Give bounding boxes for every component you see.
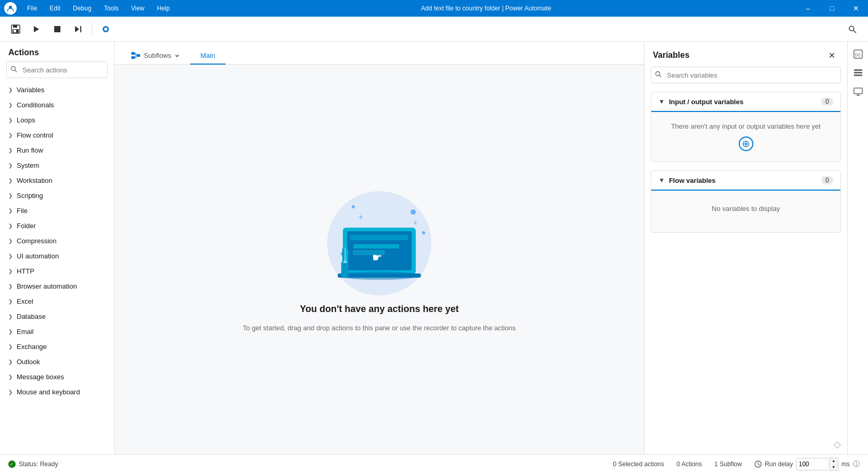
status-label: Status: Ready <box>19 460 58 468</box>
maximize-button[interactable]: □ <box>820 0 844 17</box>
stop-button[interactable] <box>48 20 67 39</box>
tab-main[interactable]: Main <box>190 47 226 65</box>
svg-rect-50 <box>854 88 862 94</box>
action-item-folder[interactable]: ❯ Folder <box>0 218 114 233</box>
action-item-ui-automation[interactable]: ❯ UI automation <box>0 248 114 264</box>
action-item-database[interactable]: ❯ Database <box>0 309 114 324</box>
actions-list: ❯ Variables ❯ Conditionals ❯ Loops ❯ Flo… <box>0 82 114 454</box>
variables-search-container <box>651 67 841 83</box>
action-item-excel[interactable]: ❯ Excel <box>0 294 114 309</box>
chevron-icon: ❯ <box>8 208 13 214</box>
chevron-icon: ❯ <box>8 268 13 274</box>
action-item-message-boxes[interactable]: ❯ Message boxes <box>0 369 114 384</box>
chevron-icon: ❯ <box>8 147 13 153</box>
menu-view[interactable]: View <box>125 0 151 17</box>
action-item-label: Browser automation <box>17 282 77 290</box>
record-button[interactable] <box>96 20 115 39</box>
action-item-scripting[interactable]: ❯ Scripting <box>0 188 114 203</box>
chevron-icon: ❯ <box>8 163 13 168</box>
actions-search-input[interactable] <box>6 61 108 78</box>
minimize-button[interactable]: – <box>796 0 820 17</box>
action-item-exchange[interactable]: ❯ Exchange <box>0 339 114 354</box>
account-section <box>0 2 21 15</box>
action-item-label: Loops <box>17 116 35 124</box>
input-output-variables-section: ▼ Input / output variables 0 There aren'… <box>651 92 841 162</box>
svg-point-23 <box>411 209 416 215</box>
subflow-count-label: 1 Subflow <box>714 460 742 468</box>
input-output-section-content: There aren't any input or output variabl… <box>651 112 840 161</box>
action-item-label: System <box>17 161 39 169</box>
monitor-button[interactable] <box>850 83 866 100</box>
input-output-section-header[interactable]: ▼ Input / output variables 0 <box>651 92 840 112</box>
add-input-output-variable-button[interactable]: ⊕ <box>739 136 753 151</box>
toolbar-separator <box>92 23 92 35</box>
tab-main-label: Main <box>201 52 215 59</box>
save-button[interactable] <box>6 20 25 39</box>
menu-edit[interactable]: Edit <box>43 0 67 17</box>
svg-rect-36 <box>342 248 344 262</box>
flow-variables-section-header[interactable]: ▼ Flow variables 0 <box>651 171 840 191</box>
status-ready-indicator: Status: Ready <box>8 460 58 468</box>
action-item-system[interactable]: ❯ System <box>0 158 114 173</box>
menu-help[interactable]: Help <box>151 0 176 17</box>
chevron-icon: ❯ <box>8 117 13 123</box>
menu-debug[interactable]: Debug <box>67 0 97 17</box>
next-step-button[interactable] <box>69 20 88 39</box>
input-output-empty-text: There aren't any input or output variabl… <box>671 122 821 130</box>
action-item-label: UI automation <box>17 252 59 260</box>
chevron-icon: ❯ <box>8 314 13 319</box>
variables-panel-toggle-button[interactable]: {x} <box>850 46 866 63</box>
layers-button[interactable] <box>850 65 866 81</box>
clock-icon <box>754 460 762 468</box>
empty-state-title: You don't have any actions here yet <box>300 304 458 315</box>
run-delay-input-wrapper: ▴ ▾ <box>796 457 838 471</box>
run-delay-up-button[interactable]: ▴ <box>829 458 838 464</box>
svg-rect-37 <box>344 247 346 262</box>
menu-file[interactable]: File <box>21 0 43 17</box>
chevron-icon: ❯ <box>8 223 13 229</box>
action-item-label: Flow control <box>17 131 53 139</box>
chevron-icon: ❯ <box>8 298 13 304</box>
action-item-label: Outlook <box>17 358 40 366</box>
flow-variables-empty-text: No variables to display <box>712 205 780 213</box>
action-item-file[interactable]: ❯ File <box>0 203 114 218</box>
svg-rect-2 <box>13 25 17 28</box>
chevron-icon: ❯ <box>8 132 13 138</box>
action-item-compression[interactable]: ❯ Compression <box>0 233 114 248</box>
action-item-browser-automation[interactable]: ❯ Browser automation <box>0 279 114 294</box>
account-icon <box>4 2 17 15</box>
chevron-icon: ❯ <box>8 374 13 380</box>
run-button[interactable] <box>27 20 46 39</box>
action-item-workstation[interactable]: ❯ Workstation <box>0 173 114 188</box>
svg-rect-8 <box>80 26 81 32</box>
run-delay-spinner: ▴ ▾ <box>829 457 838 471</box>
run-delay-input[interactable] <box>796 458 829 470</box>
variables-search-input[interactable] <box>651 67 841 83</box>
action-item-variables[interactable]: ❯ Variables <box>0 82 114 97</box>
action-item-http[interactable]: ❯ HTTP <box>0 264 114 279</box>
action-item-mouse-keyboard[interactable]: ❯ Mouse and keyboard <box>0 384 114 400</box>
svg-rect-47 <box>854 69 862 71</box>
svg-point-11 <box>849 26 854 31</box>
close-button[interactable]: ✕ <box>844 0 868 17</box>
svg-point-43 <box>656 72 660 76</box>
variables-close-button[interactable]: ✕ <box>824 48 839 63</box>
action-item-flow-control[interactable]: ❯ Flow control <box>0 128 114 143</box>
chevron-icon: ❯ <box>8 283 13 289</box>
run-delay-down-button[interactable]: ▾ <box>829 464 838 470</box>
action-item-label: Email <box>17 328 34 335</box>
svg-text:+: + <box>413 218 417 227</box>
action-item-loops[interactable]: ❯ Loops <box>0 113 114 128</box>
chevron-icon: ❯ <box>8 87 13 93</box>
action-item-run-flow[interactable]: ❯ Run flow <box>0 143 114 158</box>
menu-tools[interactable]: Tools <box>97 0 125 17</box>
action-item-email[interactable]: ❯ Email <box>0 324 114 339</box>
search-button[interactable] <box>843 20 862 39</box>
action-item-label: Exchange <box>17 343 47 351</box>
action-item-conditionals[interactable]: ❯ Conditionals <box>0 97 114 113</box>
tab-subflows[interactable]: Subflows <box>121 47 190 65</box>
empty-state-illustration: + + + <box>312 186 447 295</box>
flow-tabs: Subflows Main <box>115 42 644 65</box>
action-item-outlook[interactable]: ❯ Outlook <box>0 354 114 369</box>
svg-rect-16 <box>131 56 135 59</box>
